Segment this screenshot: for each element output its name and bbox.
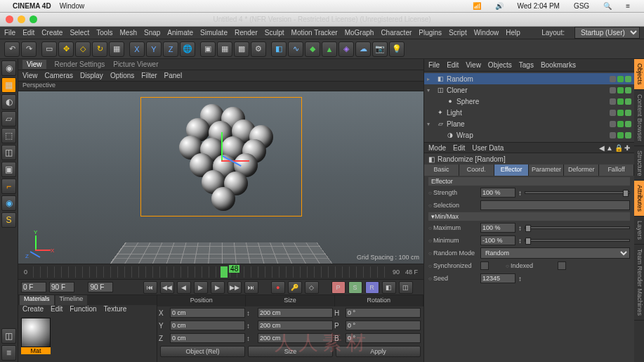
mat-menu-edit[interactable]: Edit (51, 305, 63, 315)
y-axis-lock[interactable]: Y (146, 41, 162, 57)
close-button[interactable] (6, 15, 13, 23)
app-name[interactable]: CINEMA 4D (13, 2, 51, 10)
rotate-tool[interactable]: ↻ (92, 41, 107, 57)
attr-nav-up-icon[interactable]: ▲ (606, 144, 613, 152)
menu-script[interactable]: Script (449, 29, 467, 37)
environment-tool[interactable]: ☁ (355, 41, 371, 57)
object-row-sphere[interactable]: ● Sphere (424, 96, 634, 107)
pos-z-field[interactable] (170, 333, 245, 343)
autokey-button[interactable]: 🔑 (288, 281, 302, 294)
enable-check[interactable] (625, 76, 631, 82)
vtab-team-render[interactable]: Team Render Machines (634, 245, 644, 321)
enable-check[interactable] (625, 98, 631, 105)
tweak-icon[interactable]: ◫ (1, 328, 16, 344)
vtab-attributes[interactable]: Attributes (634, 181, 644, 216)
layer-dot[interactable] (610, 76, 616, 82)
clock[interactable]: Wed 2:04 PM (518, 2, 560, 10)
selection-field[interactable] (480, 200, 630, 210)
notifications-icon[interactable]: ≡ (626, 2, 630, 10)
rot-h-field[interactable] (346, 308, 421, 318)
attr-new-icon[interactable]: ✚ (624, 144, 630, 152)
maximum-field[interactable] (480, 223, 515, 233)
vp-menu-cameras[interactable]: Cameras (45, 72, 74, 79)
redo-button[interactable]: ↷ (21, 41, 37, 57)
attr-menu-mode[interactable]: Mode (428, 144, 446, 152)
menu-mograph[interactable]: MoGraph (345, 29, 374, 37)
object-name[interactable]: Random (447, 75, 607, 83)
indexed-checkbox[interactable] (558, 261, 566, 270)
pos-y-field[interactable] (170, 321, 245, 330)
vp-menu-filter[interactable]: Filter (141, 72, 157, 79)
timeline-tab[interactable]: Timeline (55, 295, 88, 305)
material-swatch[interactable] (21, 318, 51, 347)
goto-end-button[interactable]: ⏭ (244, 281, 258, 294)
record-key-button[interactable]: ● (271, 281, 285, 294)
object-name[interactable]: Sphere (456, 98, 607, 105)
vtab-structure[interactable]: Structure (634, 146, 644, 181)
workplane-icon[interactable]: ▱ (1, 111, 16, 127)
zoom-button[interactable] (29, 15, 37, 23)
menu-simulate[interactable]: Simulate (200, 29, 228, 37)
menu-character[interactable]: Character (381, 29, 412, 37)
menu-window[interactable]: Window (474, 29, 499, 37)
layer-dot[interactable] (610, 121, 616, 127)
strength-slider[interactable] (525, 191, 630, 194)
expand-icon[interactable]: ▾ (427, 121, 434, 127)
speaker-icon[interactable]: 🔊 (495, 2, 504, 10)
mat-menu-texture[interactable]: Texture (104, 305, 127, 315)
polygon-mode-icon[interactable]: ▣ (1, 162, 16, 177)
pre-frame-field[interactable] (49, 282, 74, 292)
vtab-objects[interactable]: Objects (634, 59, 644, 90)
attr-tab-effector[interactable]: Effector (494, 164, 530, 176)
play-button[interactable]: ▶ (194, 281, 208, 294)
obj-menu-objects[interactable]: Objects (488, 61, 512, 69)
object-name[interactable]: Light (447, 109, 607, 117)
user-name[interactable]: GSG (574, 2, 589, 10)
timeline-track[interactable]: 48 (33, 266, 387, 278)
x-axis-lock[interactable]: X (129, 41, 145, 57)
coord-system[interactable]: 🌐 (180, 41, 195, 57)
pos-x-field[interactable] (170, 308, 245, 318)
next-frame-button[interactable]: ▶ (211, 281, 225, 294)
menu-select[interactable]: Select (70, 29, 89, 37)
tab-picture-viewer[interactable]: Picture Viewer (113, 60, 158, 68)
attr-tab-basic[interactable]: Basic (424, 164, 459, 176)
expand-icon[interactable]: ▸ (427, 76, 434, 82)
attr-menu-userdata[interactable]: User Data (472, 144, 504, 152)
keyframe-sel-button[interactable]: ◇ (305, 281, 319, 294)
coord-size-mode-button[interactable]: Size (248, 346, 333, 357)
maximum-slider[interactable] (525, 226, 630, 229)
attr-menu-edit[interactable]: Edit (453, 144, 465, 152)
cube-primitive[interactable]: ◧ (271, 41, 287, 57)
spotlight-icon[interactable]: 🔍 (603, 2, 612, 10)
attr-tab-falloff[interactable]: Falloff (599, 164, 634, 176)
visibility-dot[interactable] (617, 76, 624, 82)
render-pv-button[interactable]: ▩ (234, 41, 249, 57)
last-tool[interactable]: ▦ (109, 41, 124, 57)
menu-animate[interactable]: Animate (167, 29, 193, 37)
layer-dot[interactable] (610, 98, 616, 105)
seed-field[interactable] (480, 273, 515, 283)
layout-selector[interactable]: Startup (User) (574, 27, 640, 39)
object-row-plane[interactable]: ▾ ▱ Plane (424, 118, 634, 129)
menu-render[interactable]: Render (235, 29, 258, 37)
object-row-light[interactable]: ✦ Light (424, 107, 634, 118)
layer-dot[interactable] (610, 110, 616, 116)
pla-key-button[interactable]: ◫ (399, 281, 413, 294)
perspective-viewport[interactable]: Y X Z Grid Spacing : 100 cm (18, 91, 423, 264)
render-view-button[interactable]: ▣ (200, 41, 216, 57)
menu-edit[interactable]: Edit (22, 29, 34, 37)
wifi-icon[interactable]: 📶 (473, 2, 481, 10)
layer-dot[interactable] (610, 132, 616, 138)
minimize-button[interactable] (18, 15, 25, 23)
obj-menu-view[interactable]: View (466, 61, 481, 69)
scale-key-button[interactable]: S (348, 281, 362, 294)
attr-tab-coord[interactable]: Coord. (459, 164, 494, 176)
modeling-tool[interactable]: ▲ (322, 41, 337, 57)
size-z-field[interactable] (258, 333, 333, 343)
z-axis-lock[interactable]: Z (163, 41, 178, 57)
rot-b-field[interactable] (346, 333, 421, 343)
tab-render-settings[interactable]: Render Settings (55, 60, 105, 68)
render-settings-button[interactable]: ⚙ (251, 41, 266, 57)
move-tool[interactable]: ✥ (58, 41, 74, 57)
